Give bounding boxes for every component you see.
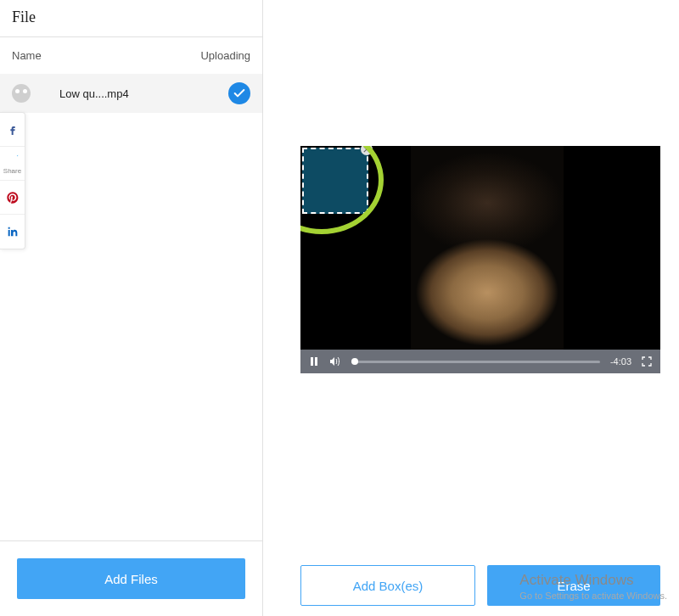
video-content <box>411 146 564 350</box>
file-panel-heading: File <box>0 0 262 37</box>
file-panel: File Name Uploading Low qu....mp4 Add Fi… <box>0 0 263 616</box>
editor-footer: Add Box(es) Erase <box>300 565 660 606</box>
video-controls: -4:03 <box>300 350 660 373</box>
svg-rect-0 <box>311 357 313 366</box>
pause-button[interactable] <box>309 356 319 367</box>
add-files-button[interactable]: Add Files <box>17 558 245 599</box>
file-name-label: Low qu....mp4 <box>41 87 218 100</box>
share-twitter-label: Share <box>3 167 21 175</box>
fullscreen-button[interactable] <box>642 356 652 367</box>
mask-box[interactable] <box>302 148 368 214</box>
video-time-remaining: -4:03 <box>610 356 631 367</box>
twitter-icon <box>6 153 20 166</box>
upload-complete-icon <box>228 82 250 104</box>
column-name-label: Name <box>12 49 42 62</box>
file-row[interactable]: Low qu....mp4 <box>0 74 262 113</box>
share-twitter-button[interactable]: Share <box>0 147 25 181</box>
volume-button[interactable] <box>329 356 341 367</box>
pause-icon <box>309 356 319 367</box>
erase-button[interactable]: Erase <box>487 565 660 606</box>
close-icon <box>363 146 370 153</box>
file-panel-footer: Add Files <box>0 540 262 616</box>
volume-icon <box>329 356 341 367</box>
fullscreen-icon <box>642 356 652 367</box>
video-frame[interactable] <box>300 146 660 350</box>
svg-rect-1 <box>315 357 317 366</box>
spacer <box>0 113 262 540</box>
share-facebook-button[interactable] <box>0 113 25 147</box>
linkedin-icon <box>6 225 20 238</box>
column-status-label: Uploading <box>200 49 250 62</box>
facebook-icon <box>6 123 20 137</box>
pinterest-icon <box>6 191 20 204</box>
share-pinterest-button[interactable] <box>0 181 25 215</box>
file-table-header: Name Uploading <box>0 37 262 74</box>
mask-box-close-button[interactable] <box>361 146 373 155</box>
share-linkedin-button[interactable] <box>0 215 25 249</box>
video-progress-bar[interactable] <box>351 361 600 363</box>
editor-panel: -4:03 Add Box(es) Erase Activate Windows… <box>263 0 679 616</box>
share-rail: Share <box>0 112 25 249</box>
file-thumbnail-icon <box>12 84 31 103</box>
video-area: -4:03 <box>300 146 660 373</box>
add-boxes-button[interactable]: Add Box(es) <box>300 565 475 606</box>
